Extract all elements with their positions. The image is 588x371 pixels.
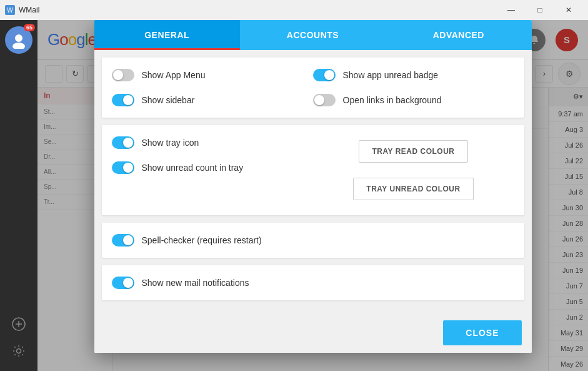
tray-settings-section: Show tray icon Show unread count in tray <box>102 125 524 215</box>
col-left: Show App Menu Show sidebar <box>112 63 313 113</box>
dialog-overlay: GENERAL ACCOUNTS ADVANCED <box>37 20 588 371</box>
tab-advanced[interactable]: ADVANCED <box>386 20 531 50</box>
show-sidebar-label: Show sidebar <box>142 95 195 105</box>
settings-row-left: Open links in background <box>313 94 442 106</box>
svg-point-5 <box>17 349 21 353</box>
show-unread-count-label: Show unread count in tray <box>142 163 244 173</box>
show-unread-badge-toggle[interactable] <box>313 69 336 81</box>
show-app-menu-row: Show App Menu <box>112 63 313 88</box>
tray-unread-colour-button[interactable]: TRAY UNREAD COLOUR <box>353 178 473 200</box>
app-icon: W <box>5 5 15 15</box>
tray-two-col: Show tray icon Show unread count in tray <box>112 130 514 210</box>
title-bar-left: W WMail <box>5 5 39 15</box>
tray-read-colour-wrapper: TRAY READ COLOUR <box>313 135 514 168</box>
settings-row-left: Show unread count in tray <box>112 161 244 174</box>
show-unread-badge-label: Show app unread badge <box>343 70 439 80</box>
show-app-menu-label: Show App Menu <box>142 70 206 80</box>
svg-point-0 <box>15 34 22 42</box>
settings-row-left: Spell-checker (requires restart) <box>112 234 262 246</box>
col-right: Show app unread badge Open links in back… <box>313 63 514 113</box>
app-settings-section: Show App Menu Show sidebar <box>102 58 524 118</box>
notifications-section: Show new mail notifications <box>102 265 524 300</box>
show-unread-badge-row: Show app unread badge <box>313 63 514 88</box>
show-tray-icon-label: Show tray icon <box>142 138 199 148</box>
spell-checker-label: Spell-checker (requires restart) <box>142 235 262 245</box>
avatar-badge[interactable]: 65 <box>5 26 32 54</box>
notifications-toggle[interactable] <box>112 277 134 289</box>
settings-dialog: GENERAL ACCOUNTS ADVANCED <box>94 20 532 353</box>
tray-read-colour-button[interactable]: TRAY READ COLOUR <box>359 140 467 163</box>
dialog-tabs[interactable]: GENERAL ACCOUNTS ADVANCED <box>94 20 532 50</box>
svg-point-1 <box>12 43 25 49</box>
two-col-settings: Show App Menu Show sidebar <box>112 63 514 113</box>
show-tray-icon-toggle[interactable] <box>112 136 134 149</box>
settings-row-left: Show sidebar <box>112 94 195 106</box>
tray-col-left: Show tray icon Show unread count in tray <box>112 130 313 210</box>
show-app-menu-toggle[interactable] <box>112 69 134 81</box>
window-title: WMail <box>19 6 39 14</box>
tray-unread-colour-wrapper: TRAY UNREAD COLOUR <box>313 173 514 205</box>
settings-row-left: Show App Menu <box>112 69 206 81</box>
spell-checker-toggle[interactable] <box>112 234 134 246</box>
settings-row-left: Show app unread badge <box>313 69 439 81</box>
sidebar-bottom-icons <box>12 317 26 371</box>
spell-checker-row: Spell-checker (requires restart) <box>112 228 514 253</box>
notifications-label: Show new mail notifications <box>142 278 249 288</box>
close-button[interactable]: CLOSE <box>443 320 521 345</box>
app-area: 65 Google <box>0 20 588 371</box>
settings-row-left: Show tray icon <box>112 136 199 149</box>
open-links-bg-toggle[interactable] <box>313 94 336 106</box>
show-unread-count-toggle[interactable] <box>112 161 134 174</box>
tray-col-right: TRAY READ COLOUR TRAY UNREAD COLOUR <box>313 130 514 210</box>
minimize-button[interactable]: — <box>497 0 526 20</box>
settings-row-left: Show new mail notifications <box>112 277 249 289</box>
dialog-footer: CLOSE <box>94 313 532 353</box>
tab-accounts[interactable]: ACCOUNTS <box>240 20 386 50</box>
dialog-content: Show App Menu Show sidebar <box>94 50 532 313</box>
show-tray-icon-row: Show tray icon <box>112 130 313 155</box>
tab-general[interactable]: GENERAL <box>94 20 240 50</box>
unread-badge: 65 <box>24 24 35 31</box>
add-account-icon[interactable] <box>12 317 26 334</box>
gmail-area: Google ⋮⋮ S ↻ ⋮ <box>37 20 588 371</box>
show-sidebar-toggle[interactable] <box>112 94 134 106</box>
show-sidebar-row: Show sidebar <box>112 88 313 113</box>
open-links-bg-row: Open links in background <box>313 88 514 113</box>
open-links-bg-label: Open links in background <box>343 95 442 105</box>
maximize-button[interactable]: □ <box>526 0 554 20</box>
dark-sidebar: 65 <box>0 20 37 371</box>
window-close-button[interactable]: ✕ <box>554 0 583 20</box>
spell-checker-section: Spell-checker (requires restart) <box>102 223 524 258</box>
notifications-row: Show new mail notifications <box>112 270 514 295</box>
title-bar: W WMail — □ ✕ <box>0 0 588 20</box>
window-controls[interactable]: — □ ✕ <box>497 0 583 20</box>
settings-icon[interactable] <box>12 344 26 361</box>
show-unread-count-row: Show unread count in tray <box>112 155 313 180</box>
